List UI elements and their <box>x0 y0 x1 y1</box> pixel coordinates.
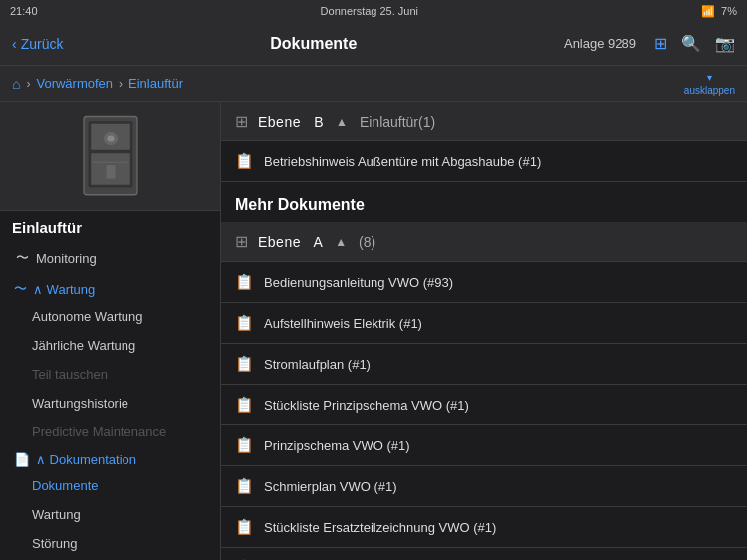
storung-label: Störung <box>32 536 78 551</box>
teil-tauschen-label: Teil tauschen <box>32 367 108 382</box>
doc-title: Prinzipschema VWO (#1) <box>264 438 410 453</box>
level-a-label: Ebene A <box>258 234 323 250</box>
doc-title: Betriebshinweis Außentüre mit Abgashaube… <box>264 154 541 169</box>
ausklappen-label: ausklappen <box>684 85 735 96</box>
breadcrumb-bar: ⌂ › Vorwärmofen › Einlauftür ▾ ausklappe… <box>0 66 747 102</box>
nav-bar: ‹ Zurück Dokumente Anlage 9289 ⊞ 🔍 📷 <box>0 22 747 66</box>
sidebar-item-jahrliche-wartung[interactable]: Jährliche Wartung <box>0 331 220 360</box>
device-name: Einlauftür <box>0 211 220 242</box>
chevron-down-icon: ▾ <box>707 72 712 83</box>
dokumente-label: Dokumente <box>32 478 98 493</box>
doc-item[interactable]: 📋 Prinzipschema VWO (#1) <box>221 425 747 466</box>
sidebar-item-predictive-maintenance: Predictive Maintenance <box>0 418 220 446</box>
level-b-header[interactable]: ⊞ Ebene B ▲ Einlauftür(1) <box>221 102 747 141</box>
doc-icon: 📋 <box>235 436 254 454</box>
doc-title: Schmierplan VWO (#1) <box>264 479 397 494</box>
content-area: ⊞ Ebene B ▲ Einlauftür(1) 📋 Betriebshinw… <box>221 102 747 560</box>
sidebar-item-wartungshistorie[interactable]: Wartungshistorie <box>0 389 220 418</box>
doc-icon: 📋 <box>235 314 254 332</box>
mehr-dokumente-heading: Mehr Dokumente <box>221 182 747 222</box>
breadcrumb-einlauftur[interactable]: Einlauftür <box>128 76 183 91</box>
back-label: Zurück <box>21 36 64 52</box>
doc-item[interactable]: 📋 Bedienungsanleitung VWO (#93) <box>221 262 747 303</box>
doc-item[interactable]: 📋 Stückliste Prinzipschema VWO (#1) <box>221 385 747 425</box>
doc-item[interactable]: 📋 Stromlaufplan (#1) <box>221 344 747 385</box>
level-a-chevron-icon: ▲ <box>335 235 347 249</box>
monitoring-label: Monitoring <box>36 251 97 266</box>
search-icon[interactable]: 🔍 <box>681 34 701 53</box>
svg-rect-6 <box>106 165 115 179</box>
predictive-maintenance-label: Predictive Maintenance <box>32 424 166 439</box>
nav-title: Dokumente <box>270 35 357 53</box>
breadcrumb-sep-2: › <box>119 77 123 91</box>
wartung-label: ∧ Wartung <box>33 282 95 297</box>
autonome-wartung-label: Autonome Wartung <box>32 309 143 324</box>
doc-item[interactable]: 📋 Betriebshinweis Außentüre mit Abgashau… <box>221 141 747 182</box>
wartung-icon: 〜 <box>14 280 27 298</box>
doc-title: Bedienungsanleitung VWO (#93) <box>264 275 453 290</box>
jahrliche-wartung-label: Jährliche Wartung <box>32 338 135 353</box>
camera-icon[interactable]: 📷 <box>715 34 735 53</box>
breadcrumb-vorwarmofen[interactable]: Vorwärmofen <box>36 76 113 91</box>
level-a-header[interactable]: ⊞ Ebene A ▲ (8) <box>221 222 747 262</box>
wifi-icon: 📶 <box>701 5 715 18</box>
level-a-grid-icon: ⊞ <box>235 232 248 251</box>
doc-icon: 📋 <box>235 355 254 373</box>
doc-title: Aufstellhinweis Elektrik (#1) <box>264 316 422 331</box>
back-button[interactable]: ‹ Zurück <box>12 36 63 52</box>
doc-item[interactable]: 📋 Ersatzteilzeichnung VWO (#1) <box>221 548 747 560</box>
grid-icon[interactable]: ⊞ <box>654 34 667 53</box>
sidebar-item-autonome-wartung[interactable]: Autonome Wartung <box>0 302 220 331</box>
back-chevron-icon: ‹ <box>12 36 17 52</box>
doc-icon: 📋 <box>235 518 254 536</box>
status-right: 📶 7% <box>701 5 737 18</box>
level-b-grid-icon: ⊞ <box>235 112 248 131</box>
device-thumbnail <box>0 102 220 211</box>
battery-label: 7% <box>721 5 737 17</box>
dokumentation-icon: 📄 <box>14 452 30 467</box>
sidebar-item-wartung[interactable]: Wartung <box>0 500 220 529</box>
main-layout: Einlauftür 〜 Monitoring 〜 ∧ Wartung Auto… <box>0 102 747 560</box>
sidebar-item-storung[interactable]: Störung <box>0 529 220 558</box>
sidebar-item-dokumente[interactable]: Dokumente <box>0 471 220 500</box>
doc-title: Stückliste Ersatzteilzeichnung VWO (#1) <box>264 520 496 535</box>
sidebar-item-teil-tauschen: Teil tauschen <box>0 360 220 389</box>
wartungshistorie-label: Wartungshistorie <box>32 396 128 411</box>
status-time: 21:40 <box>10 5 38 17</box>
anlage-label: Anlage 9289 <box>564 36 636 51</box>
sidebar-section-dokumentation[interactable]: 📄 ∧ Dokumentation <box>0 446 220 471</box>
doc-icon: 📋 <box>235 152 254 170</box>
breadcrumb: ⌂ › Vorwärmofen › Einlauftür <box>12 76 183 92</box>
doc-icon: 📋 <box>235 273 254 291</box>
home-icon[interactable]: ⌂ <box>12 76 20 92</box>
doc-item[interactable]: 📋 Schmierplan VWO (#1) <box>221 466 747 507</box>
status-date: Donnerstag 25. Juni <box>321 5 418 17</box>
nav-icons: ⊞ 🔍 📷 <box>654 34 735 53</box>
doc-title: Stromlaufplan (#1) <box>264 357 371 372</box>
doc-icon: 📋 <box>235 396 254 414</box>
sidebar: Einlauftür 〜 Monitoring 〜 ∧ Wartung Auto… <box>0 102 221 560</box>
level-b-chevron-icon: ▲ <box>336 115 348 129</box>
level-a-count: (8) <box>359 234 375 250</box>
dokumentation-label: ∧ Dokumentation <box>36 452 136 467</box>
wartung-sub-label: Wartung <box>32 507 81 522</box>
nav-right: Anlage 9289 ⊞ 🔍 📷 <box>564 34 735 53</box>
monitoring-icon: 〜 <box>14 249 30 267</box>
sidebar-item-monitoring[interactable]: 〜 Monitoring <box>0 242 220 274</box>
sidebar-section-wartung[interactable]: 〜 ∧ Wartung <box>0 274 220 302</box>
doc-title: Stückliste Prinzipschema VWO (#1) <box>264 398 469 413</box>
ausklappen-button[interactable]: ▾ ausklappen <box>684 72 735 96</box>
level-b-label: Ebene B <box>258 114 324 130</box>
svg-point-5 <box>107 135 114 141</box>
doc-item[interactable]: 📋 Aufstellhinweis Elektrik (#1) <box>221 303 747 344</box>
level-b-title: Einlauftür(1) <box>360 114 435 130</box>
breadcrumb-sep-1: › <box>26 77 30 91</box>
doc-item[interactable]: 📋 Stückliste Ersatzteilzeichnung VWO (#1… <box>221 507 747 548</box>
status-bar: 21:40 Donnerstag 25. Juni 📶 7% <box>0 0 747 22</box>
doc-icon: 📋 <box>235 477 254 495</box>
